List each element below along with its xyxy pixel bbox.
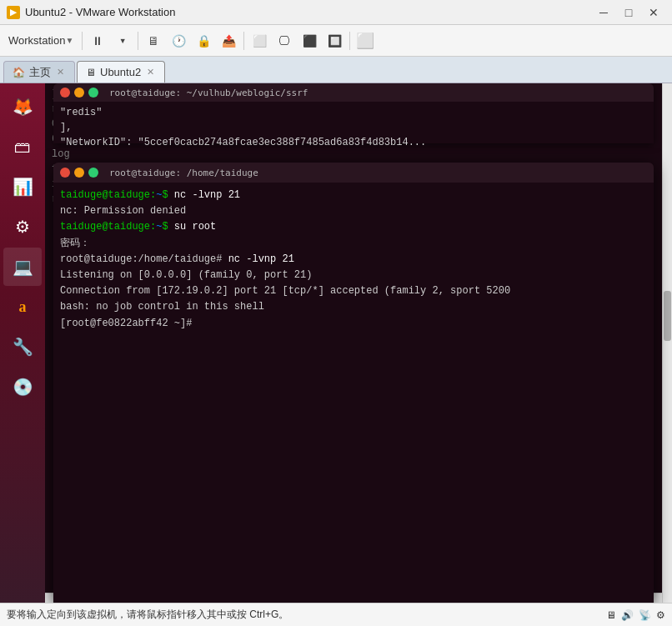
sidebar: 🦊 🗃 📊 ⚙ 💻 a 🔧 💿 xyxy=(0,83,45,603)
main-term-max-btn[interactable] xyxy=(88,168,98,178)
status-message: 要将输入定向到该虚拟机，请将鼠标指针移入其中或按 Ctrl+G。 xyxy=(7,608,288,622)
status-icon-2: 🔊 xyxy=(621,609,634,621)
term-cmd-3: su root xyxy=(168,221,217,233)
ubuntu2-tab-close[interactable]: ✕ xyxy=(145,66,156,78)
toolbar-separator-4 xyxy=(349,32,350,50)
sidebar-item-terminal[interactable]: 💻 xyxy=(3,248,42,286)
settings-icon: ⚙ xyxy=(15,217,30,237)
terminal-icon: 💻 xyxy=(13,257,33,277)
store-icon: a xyxy=(19,298,27,316)
toolbar-separator-3 xyxy=(243,32,244,50)
dvd-icon: 💿 xyxy=(13,377,33,397)
vm-display[interactable]: ] roo CON 642 log fe0 is_ roo root@taidu… xyxy=(45,83,672,603)
tab-ubuntu2[interactable]: 🖥 Ubuntu2 ✕ xyxy=(77,61,165,83)
home-tab-icon: 🏠 xyxy=(13,67,25,78)
title-bar-left: ▶ Ubuntu2 - VMware Workstation xyxy=(7,6,175,19)
vertical-scrollbar[interactable] xyxy=(662,83,672,603)
vm-button-1[interactable]: 🖥 xyxy=(142,29,165,53)
vm-button-5[interactable]: ⬜ xyxy=(248,29,271,53)
toolbar-separator-1 xyxy=(82,32,83,50)
term-prompt-1: taiduge@taiduge: xyxy=(60,189,156,201)
term-root-cmd: nc -lvnp 21 xyxy=(228,253,294,265)
title-bar: ▶ Ubuntu2 - VMware Workstation ─ □ ✕ xyxy=(0,0,672,25)
top-terminal-titlebar: root@taiduge: ~/vulhub/weblogic/ssrf xyxy=(53,83,654,102)
sidebar-item-dvd[interactable]: 💿 xyxy=(3,368,42,406)
home-tab-close[interactable]: ✕ xyxy=(55,66,66,78)
term-line-6: Listening on [0.0.0.0] (family 0, port 2… xyxy=(60,268,647,283)
term-prompt-3: taiduge@taiduge: xyxy=(60,221,156,233)
sidebar-item-firefox[interactable]: 🦊 xyxy=(3,88,42,126)
top-terminal-title: root@taiduge: ~/vulhub/weblogic/ssrf xyxy=(109,88,308,98)
vm-button-8[interactable]: 🔲 xyxy=(323,29,346,53)
window-title: Ubuntu2 - VMware Workstation xyxy=(25,6,175,18)
vm-button-4[interactable]: 📤 xyxy=(217,29,240,53)
spreadsheet-icon: 📊 xyxy=(13,177,33,197)
top-line-3: "NetworkID": "5ccef0cacb274a8fcae3ec388f… xyxy=(60,135,647,150)
toolbar-separator-2 xyxy=(138,32,138,50)
term-root-prompt: root@taiduge:/home/taiduge# xyxy=(60,253,228,265)
app-icon: ▶ xyxy=(7,6,20,19)
status-icon-1: 🖥 xyxy=(606,609,616,621)
top-line-1: "redis" xyxy=(60,105,647,120)
status-icon-3: 📡 xyxy=(639,609,651,621)
main-term-min-btn[interactable] xyxy=(74,168,84,178)
main-term-close-btn[interactable] xyxy=(60,168,70,178)
vm-button-3[interactable]: 🔒 xyxy=(192,29,215,53)
pause-button[interactable]: ⏸ xyxy=(86,29,109,53)
workstation-menu[interactable]: Workstation ▼ xyxy=(3,28,78,53)
firefox-icon: 🦊 xyxy=(13,97,33,117)
status-bar-right: 🖥 🔊 📡 ⚙ xyxy=(606,609,665,621)
fullscreen-button[interactable]: ⬜ xyxy=(354,29,377,53)
tools-icon: 🔧 xyxy=(13,337,33,357)
main-terminal-titlebar: root@taiduge: /home/taiduge xyxy=(53,163,654,183)
maximize-button[interactable]: □ xyxy=(617,3,640,22)
top-term-max-btn[interactable] xyxy=(88,88,98,98)
status-icon-4: ⚙ xyxy=(656,609,665,621)
pause-dropdown[interactable]: ▼ xyxy=(111,29,134,53)
sidebar-item-tools[interactable]: 🔧 xyxy=(3,328,42,366)
term-dollar-1: $ xyxy=(162,189,168,201)
term-line-7: Connection from [172.19.0.2] port 21 [tc… xyxy=(60,283,647,299)
ubuntu2-tab-label: Ubuntu2 xyxy=(100,66,141,78)
window-controls: ─ □ ✕ xyxy=(592,3,665,22)
close-button[interactable]: ✕ xyxy=(642,3,665,22)
minimize-button[interactable]: ─ xyxy=(592,3,615,22)
term-dollar-3: $ xyxy=(162,221,168,233)
main-area: 🦊 🗃 📊 ⚙ 💻 a 🔧 💿 ] roo xyxy=(0,83,672,603)
vm-button-2[interactable]: 🕐 xyxy=(167,29,190,53)
sidebar-item-store[interactable]: a xyxy=(3,288,42,326)
sidebar-item-files[interactable]: 🗃 xyxy=(3,128,42,166)
top-terminal-body: "redis" ], "NetworkID": "5ccef0cacb274a8… xyxy=(53,102,654,153)
main-terminal-title: root@taiduge: /home/taiduge xyxy=(109,168,258,178)
top-line-2: ], xyxy=(60,120,647,135)
term-line-5: root@taiduge:/home/taiduge# nc -lvnp 21 xyxy=(60,252,647,268)
workstation-dropdown-icon: ▼ xyxy=(65,36,73,45)
term-line-4: 密码： xyxy=(60,236,647,252)
home-tab-label: 主页 xyxy=(29,65,51,80)
sidebar-item-settings[interactable]: ⚙ xyxy=(3,208,42,246)
sidebar-item-spreadsheet[interactable]: 📊 xyxy=(3,168,42,206)
top-terminal-window[interactable]: root@taiduge: ~/vulhub/weblogic/ssrf "re… xyxy=(53,83,654,143)
main-terminal-window[interactable]: root@taiduge: /home/taiduge taiduge@taid… xyxy=(53,163,654,603)
workstation-label: Workstation xyxy=(8,34,65,47)
toolbar: Workstation ▼ ⏸ ▼ 🖥 🕐 🔒 📤 ⬜ 🖵 ⬛ 🔲 ⬜ xyxy=(0,25,672,57)
files-icon: 🗃 xyxy=(14,138,31,157)
vm-button-6[interactable]: 🖵 xyxy=(273,29,296,53)
tabs-bar: 🏠 主页 ✕ 🖥 Ubuntu2 ✕ xyxy=(0,57,672,83)
vertical-scrollbar-thumb[interactable] xyxy=(664,291,671,341)
term-line-1: taiduge@taiduge:~$ nc -lvnp 21 xyxy=(60,188,647,203)
top-term-min-btn[interactable] xyxy=(74,88,84,98)
main-terminal-body: taiduge@taiduge:~$ nc -lvnp 21 nc: Permi… xyxy=(53,183,654,337)
status-bar: 要将输入定向到该虚拟机，请将鼠标指针移入其中或按 Ctrl+G。 🖥 🔊 📡 ⚙ xyxy=(0,603,672,626)
vm-button-7[interactable]: ⬛ xyxy=(298,29,321,53)
term-line-3: taiduge@taiduge:~$ su root xyxy=(60,219,647,235)
tab-home[interactable]: 🏠 主页 ✕ xyxy=(3,61,75,83)
term-line-8: bash: no job control in this shell xyxy=(60,299,647,315)
ubuntu2-tab-icon: 🖥 xyxy=(86,67,96,78)
term-line-9: [root@fe0822abff42 ~]# xyxy=(60,316,647,332)
term-cmd-1: nc -lvnp 21 xyxy=(168,189,240,201)
term-line-2: nc: Permission denied xyxy=(60,203,647,219)
top-term-close-btn[interactable] xyxy=(60,88,70,98)
